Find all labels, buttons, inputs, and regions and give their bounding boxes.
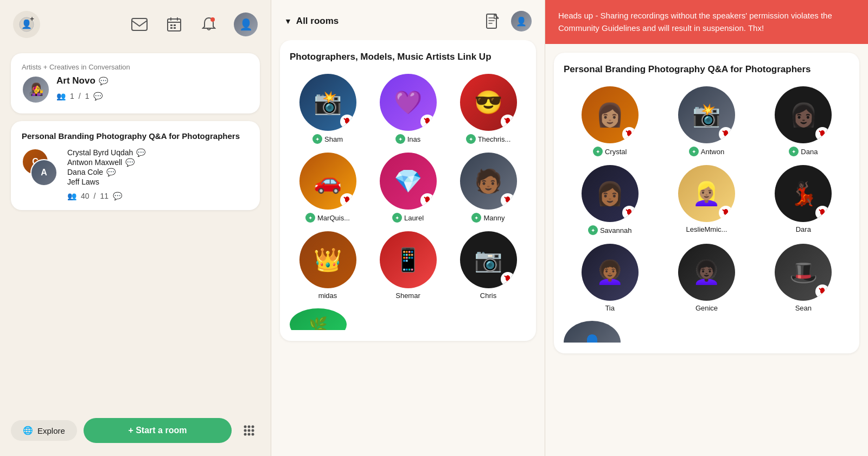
middle-speakers-grid: 📸 ✦ Sham 💜	[290, 74, 526, 300]
middle-header: ▼ All rooms 👤	[271, 0, 545, 40]
more-speakers-row: 🌿	[290, 308, 526, 330]
inas-avatar: 💜	[380, 74, 437, 131]
grid-menu-button[interactable]	[238, 420, 260, 441]
marquis-label: ✦ MarQuis...	[305, 213, 350, 223]
genice-label: Genice	[695, 304, 718, 312]
thechris-star-icon: ✦	[466, 134, 476, 144]
photographers-room-card[interactable]: Photographers, Models, Music Artists Lin…	[280, 40, 536, 341]
svg-rect-5	[170, 24, 173, 26]
photography-room-title: Personal Branding Photography Q&A for Ph…	[22, 131, 249, 142]
genice-avatar: 👩🏿‍🦱	[678, 244, 735, 301]
globe-icon: 🌐	[23, 426, 33, 435]
speaker-crystal: Crystal Byrd Uqdah 💬	[67, 148, 145, 157]
header-icons: 👤	[130, 12, 258, 36]
savannah-mute-badge	[622, 206, 636, 220]
manny-star-icon: ✦	[471, 213, 481, 223]
right-more-speakers: 👤	[564, 321, 850, 343]
crystal-mute-badge	[622, 127, 636, 141]
savannah-star-icon: ✦	[588, 225, 598, 235]
svg-rect-3	[132, 18, 147, 30]
explore-button[interactable]: 🌐 Explore	[11, 420, 77, 441]
right-speakers-grid: 👩🏽 ✦ Crystal 📸	[564, 86, 850, 312]
speaker-tia[interactable]: 👩🏾‍🦱 Tia	[564, 244, 656, 312]
middle-panel: ▼ All rooms 👤 Photographers, Models, Mus…	[271, 0, 545, 456]
antwon-star-icon: ✦	[689, 147, 699, 156]
speaker-sham[interactable]: 📸 ✦ Sham	[290, 74, 366, 144]
savannah-label: ✦ Savannah	[588, 225, 632, 235]
speaker-dana-right[interactable]: 👩🏿 ✦ Dana	[757, 86, 850, 156]
svg-point-10	[244, 426, 247, 428]
midas-avatar: 👑	[299, 231, 356, 288]
speaker-sean[interactable]: 🎩 Sean	[757, 244, 850, 312]
lesliemic-avatar: 👱🏽‍♀️	[678, 165, 735, 222]
art-novo-title: Art Novo 💬	[56, 75, 108, 86]
marquis-mute-badge	[340, 193, 354, 207]
speaker-laurel[interactable]: 💎 ✦ Laurel	[370, 153, 446, 223]
mail-icon[interactable]	[130, 15, 149, 34]
user-avatar[interactable]: 👤	[234, 12, 258, 36]
speaker-marquis[interactable]: 🚗 ✦ MarQuis...	[290, 153, 366, 223]
speaker-midas[interactable]: 👑 midas	[290, 231, 366, 300]
left-footer: 🌐 Explore + Start a room	[0, 409, 271, 456]
chevron-down-icon: ▼	[284, 17, 292, 26]
svg-point-12	[252, 426, 254, 428]
speaker-chris[interactable]: 📷 Chris	[450, 231, 526, 300]
dana-right-label: ✦ Dana	[789, 147, 818, 156]
dana-avatar: 👩🏿	[775, 86, 832, 143]
svg-rect-19	[487, 14, 496, 28]
bell-icon[interactable]	[199, 15, 219, 34]
antwon-mute-badge	[719, 127, 733, 141]
svg-rect-7	[170, 27, 173, 29]
shemar-avatar: 📱	[380, 231, 437, 288]
speaker-antwon-right[interactable]: 📸 ✦ Antwon	[660, 86, 752, 156]
marquis-star-icon: ✦	[305, 213, 315, 223]
dana-mute-badge	[815, 127, 829, 141]
speaker-savannah[interactable]: 👩🏾 ✦ Savannah	[564, 165, 656, 235]
photography-stats: 👥 40 / 11 💬	[67, 192, 145, 200]
speaker-shemar[interactable]: 📱 Shemar	[370, 231, 446, 300]
art-novo-stats: 👥 1 / 1 💬	[56, 92, 108, 100]
inas-mute-badge	[420, 115, 435, 129]
sham-avatar: 📸	[299, 74, 356, 131]
thechris-avatar: 😎	[460, 74, 517, 131]
manny-avatar: 🧑🏾	[460, 153, 517, 210]
left-header: 👤 +	[0, 0, 271, 47]
add-user-button[interactable]: 👤 +	[13, 11, 40, 38]
calendar-icon[interactable]	[164, 15, 184, 34]
svg-point-9	[210, 17, 215, 22]
chris-avatar: 📷	[460, 231, 517, 288]
speaker-manny[interactable]: 🧑🏾 ✦ Manny	[450, 153, 526, 223]
right-card-title: Personal Branding Photography Q&A for Ph…	[564, 64, 850, 75]
photography-avatars: C A	[22, 148, 61, 187]
photographers-card-title: Photographers, Models, Music Artists Lin…	[290, 51, 526, 63]
speaker-thechris[interactable]: 😎 ✦ Thechris...	[450, 74, 526, 144]
crystal-avatar: 👩🏽	[582, 86, 639, 143]
svg-rect-6	[174, 24, 176, 26]
tia-avatar: 👩🏾‍🦱	[582, 244, 639, 301]
marquis-avatar: 🚗	[299, 153, 356, 210]
art-novo-room-card[interactable]: Artists + Creatives in Conversation 👩‍🎤 …	[11, 53, 260, 113]
sean-mute-badge	[815, 284, 829, 299]
document-icon[interactable]	[483, 11, 502, 31]
right-panel: Heads up - Sharing recordings without th…	[545, 0, 868, 456]
speaker-inas[interactable]: 💜 ✦ Inas	[370, 74, 446, 144]
photography-room-card[interactable]: Personal Branding Photography Q&A for Ph…	[11, 121, 260, 210]
thechris-label: ✦ Thechris...	[466, 134, 511, 144]
sham-label: ✦ Sham	[312, 134, 343, 144]
speaker-lesliemic[interactable]: 👱🏽‍♀️ LeslieMmic...	[660, 165, 752, 235]
sean-label: Sean	[795, 304, 812, 312]
speaker-crystal-right[interactable]: 👩🏽 ✦ Crystal	[564, 86, 656, 156]
right-photography-card[interactable]: Personal Branding Photography Q&A for Ph…	[554, 53, 859, 353]
start-room-button[interactable]: + Start a room	[84, 418, 232, 443]
svg-point-17	[248, 433, 251, 436]
speaker-dara[interactable]: 💃🏿 Dara	[757, 165, 850, 235]
middle-avatar[interactable]: 👤	[511, 11, 532, 31]
laurel-avatar: 💎	[380, 153, 437, 210]
shemar-label: Shemar	[395, 292, 420, 300]
sham-star-icon: ✦	[312, 134, 322, 144]
speaker-genice[interactable]: 👩🏿‍🦱 Genice	[660, 244, 752, 312]
photography-speakers: Crystal Byrd Uqdah 💬 Antwon Maxwell 💬 Da…	[67, 148, 145, 200]
antwon-right-label: ✦ Antwon	[689, 147, 724, 156]
chris-mute-badge	[501, 272, 515, 286]
middle-rooms-content: Photographers, Models, Music Artists Lin…	[271, 40, 545, 456]
